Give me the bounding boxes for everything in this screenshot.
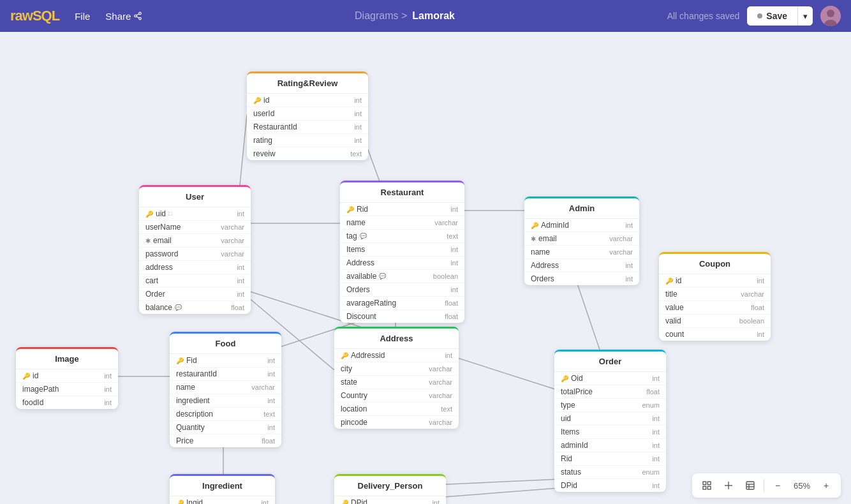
svg-line-3: [137, 17, 139, 18]
table-row: statevarchar: [334, 376, 459, 389]
table-row: 🔑 idint: [659, 274, 771, 288]
table-header: Image: [16, 349, 118, 369]
table-row: Addressint: [340, 256, 464, 270]
save-button[interactable]: Save: [747, 6, 797, 26]
table-row: namevarchar: [170, 381, 281, 394]
file-menu[interactable]: File: [75, 11, 90, 22]
table-row: RestaurantIdint: [247, 121, 368, 134]
table-delivery-person[interactable]: Delivery_Person 🔑 DPidint namevarchar or…: [334, 474, 446, 504]
table-row: 🔑 Fidint: [170, 354, 281, 367]
saved-status: All changes saved: [667, 11, 740, 21]
table-row: ratingint: [247, 134, 368, 147]
table-row: Orderint: [139, 288, 251, 301]
svg-rect-23: [707, 486, 711, 489]
zoom-level: 65%: [790, 481, 814, 491]
table-admin[interactable]: Admin 🔑 AdminIdint ✱ emailvarchar nameva…: [524, 196, 639, 285]
svg-point-2: [139, 17, 142, 20]
save-dropdown-button[interactable]: ▾: [798, 7, 813, 26]
table-header: Food: [170, 334, 281, 354]
table-row: pincodevarchar: [334, 416, 459, 429]
grid-icon: [723, 480, 734, 491]
table-row: uidint: [554, 412, 666, 426]
header-nav: File Share: [75, 11, 142, 22]
table-row: Ordersint: [524, 272, 639, 285]
table-row: Addressint: [524, 259, 639, 272]
zoom-out-button[interactable]: −: [768, 476, 787, 495]
table-header: Order: [554, 352, 666, 372]
table-header: Address: [334, 329, 459, 349]
breadcrumb: Diagrams >: [355, 10, 407, 22]
share-button[interactable]: Share: [105, 11, 142, 22]
table-row: 🔑 Ingidint: [170, 496, 275, 504]
table-row: locationtext: [334, 403, 459, 416]
table-row: descriptiontext: [170, 408, 281, 421]
save-button-group: Save ▾: [747, 6, 813, 26]
table-row: statusenum: [554, 466, 666, 479]
table-header: Delivery_Person: [334, 476, 446, 496]
table-coupon[interactable]: Coupon 🔑 idint titlevarchar valuefloat v…: [659, 252, 771, 341]
table-header: Restaurant: [340, 182, 464, 203]
table-rating-review[interactable]: Rating&Review 🔑 idint userIdint Restaura…: [247, 71, 368, 160]
table-food[interactable]: Food 🔑 Fidint restaurantIdint namevarcha…: [170, 332, 281, 447]
table-user[interactable]: User 🔑 uid □int userNamevarchar ✱ emailv…: [139, 185, 251, 314]
header: rawSQL File Share Diagrams > Lamorak All…: [0, 0, 851, 32]
table-row: userNamevarchar: [139, 221, 251, 234]
table-row: ingredientint: [170, 394, 281, 408]
table-address[interactable]: Address 🔑 Addressidint cityvarchar state…: [334, 327, 459, 429]
table-icon: [745, 480, 755, 491]
table-row: 🔑 Oidint: [554, 372, 666, 385]
table-row: 🔑 uid □int: [139, 207, 251, 221]
table-row: 🔑 DPidint: [334, 496, 446, 504]
table-row: Discountfloat: [340, 310, 464, 323]
breadcrumb-nav: Diagrams > Lamorak: [355, 10, 455, 22]
table-row: Itemsint: [554, 426, 666, 439]
table-row: adminIdint: [554, 439, 666, 452]
svg-point-0: [139, 12, 142, 15]
table-row: passwordvarchar: [139, 248, 251, 261]
table-image[interactable]: Image 🔑 idint imagePathint foodIdint: [16, 347, 118, 409]
table-row: userIdint: [247, 107, 368, 121]
svg-line-4: [137, 14, 139, 15]
grid-button[interactable]: [719, 476, 738, 495]
table-row: 🔑 idint: [247, 94, 368, 107]
table-row: Itemsint: [340, 243, 464, 256]
table-row: reveiwtext: [247, 147, 368, 160]
table-row: imagePathint: [16, 383, 118, 396]
table-header: Admin: [524, 198, 639, 219]
zoom-in-button[interactable]: +: [817, 476, 836, 495]
table-ingredient[interactable]: Ingredient 🔑 Ingidint Fidint nameint: [170, 474, 275, 504]
diagram-canvas[interactable]: Rating&Review 🔑 idint userIdint Restaura…: [0, 32, 851, 504]
table-row: cartint: [139, 274, 251, 288]
table-row: Quantityint: [170, 421, 281, 434]
table-row: cityvarchar: [334, 362, 459, 376]
header-right: All changes saved Save ▾: [667, 6, 841, 26]
table-row: avarageRatingfloat: [340, 297, 464, 310]
table-row: Countryvarchar: [334, 389, 459, 403]
table-row: typeenum: [554, 399, 666, 412]
table-header: Coupon: [659, 254, 771, 274]
table-row: 🔑 idint: [16, 369, 118, 383]
table-row: available 💬boolean: [340, 270, 464, 283]
avatar[interactable]: [820, 6, 841, 26]
diagram-title: Lamorak: [412, 10, 455, 22]
table-row: tag 💬text: [340, 230, 464, 243]
table-row: namevarchar: [524, 246, 639, 259]
svg-point-1: [135, 15, 137, 17]
avatar-image: [820, 6, 841, 26]
table-row: Ordersint: [340, 283, 464, 297]
table-header: User: [139, 187, 251, 207]
table-row: ✱ emailvarchar: [139, 234, 251, 248]
table-restaurant[interactable]: Restaurant 🔑 Ridint namevarchar tag 💬tex…: [340, 181, 464, 323]
table-view-button[interactable]: [741, 476, 760, 495]
table-order[interactable]: Order 🔑 Oidint totalPricefloat typeenum …: [554, 350, 666, 492]
share-icon: [133, 11, 142, 20]
table-row: ✱ emailvarchar: [524, 232, 639, 246]
table-row: titlevarchar: [659, 288, 771, 301]
table-row: 🔑 Ridint: [340, 203, 464, 216]
table-row: Pricefloat: [170, 434, 281, 447]
fit-view-button[interactable]: [697, 476, 716, 495]
table-row: totalPricefloat: [554, 385, 666, 399]
svg-rect-22: [707, 482, 711, 485]
table-row: addressint: [139, 261, 251, 274]
svg-rect-21: [703, 482, 706, 485]
